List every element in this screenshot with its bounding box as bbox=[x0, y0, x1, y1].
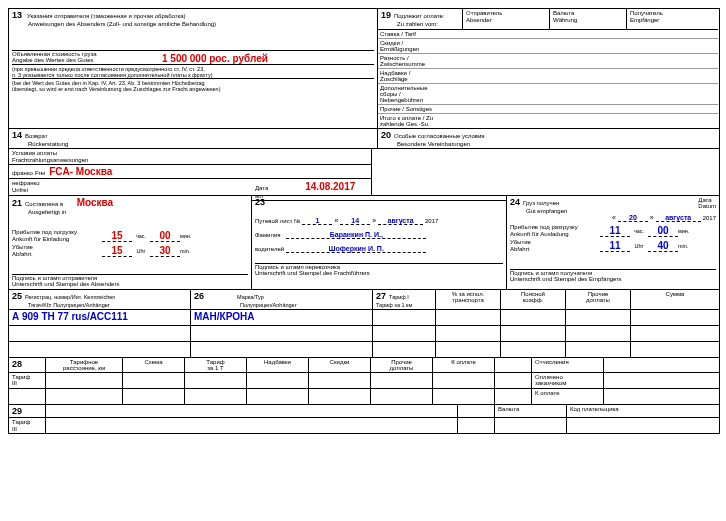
b24-de: Gut empfangen bbox=[526, 208, 567, 214]
fca-value: FCA- Москва bbox=[49, 166, 112, 177]
box-13-ru: Указания отправителя (таможенная и проча… bbox=[27, 13, 186, 19]
h1: 15 bbox=[102, 230, 132, 242]
wy: 2017 bbox=[425, 218, 438, 224]
b29-num: 29 bbox=[12, 406, 22, 416]
drv-v: Шоферкин И. П. bbox=[286, 245, 426, 253]
b25-de2: Полуприцеп/Anhänger bbox=[53, 302, 109, 308]
b14-num: 14 bbox=[12, 130, 22, 140]
arr24-ru: Прибытие под разгрузку bbox=[510, 224, 578, 230]
mn24: мин. bbox=[678, 228, 689, 234]
dep24-ru: Убытие bbox=[510, 239, 531, 245]
box-19-num: 19 bbox=[381, 10, 391, 20]
b19-de: Zu zahlen vom: bbox=[397, 21, 438, 27]
b29-c2: Код плательщика bbox=[570, 406, 619, 412]
recv-de: Empfänger bbox=[630, 17, 659, 23]
b25-ru: Регистрац. номер/Иит. Keппzeichen bbox=[25, 294, 115, 300]
b25-de: Тягач/Kfz bbox=[28, 302, 51, 308]
b15-de: Frachtzahlungsanweisungen bbox=[12, 157, 88, 163]
min: мин. bbox=[180, 233, 191, 239]
c28-2: Схема bbox=[144, 359, 162, 365]
wmon: августа bbox=[378, 217, 423, 225]
m1: 00 bbox=[150, 230, 180, 242]
arr-de: Ankunft für Einladung bbox=[12, 236, 69, 242]
c4: Сумма bbox=[666, 291, 685, 297]
m24b: 40 bbox=[648, 240, 678, 252]
c28-1b: расстояние, км bbox=[63, 365, 105, 371]
m24a: 00 bbox=[648, 225, 678, 237]
t29b: III bbox=[12, 426, 17, 432]
nefr: нефранко bbox=[12, 180, 40, 186]
note2b: überstiegt, so wird er erst nach Vereinb… bbox=[12, 86, 221, 92]
b27-de: Тариф за 1 км bbox=[376, 302, 412, 308]
pay-row: Ставка / Tarif bbox=[378, 30, 437, 38]
sig24-de: Unterschrift und Stempel des Empfängers bbox=[510, 276, 621, 282]
dep-ru: Убытие bbox=[12, 244, 33, 250]
arr24-de: Ankunft für Ausladung bbox=[510, 231, 569, 237]
b27-ru: Тариф I bbox=[389, 294, 409, 300]
m2: 30 bbox=[150, 245, 180, 257]
box-13-num: 13 bbox=[12, 10, 22, 20]
way: Путевой лист № bbox=[255, 218, 301, 224]
wd: 1 bbox=[302, 217, 332, 225]
c2b: коэфф. bbox=[523, 297, 544, 303]
b15-ru: Условия оплаты bbox=[12, 150, 57, 156]
recv-ru: Получатель bbox=[630, 10, 663, 16]
b21-num: 21 bbox=[12, 198, 22, 208]
t28b: III bbox=[12, 380, 17, 386]
b26-de: Полуприцеп/Anhänger bbox=[240, 302, 296, 308]
t28: Тариф bbox=[12, 374, 30, 380]
pay-row: Разность / Zwischensumme bbox=[378, 54, 437, 68]
c1b: транспорта bbox=[452, 297, 484, 303]
h24a: 11 bbox=[600, 225, 630, 237]
r2: Оплачено bbox=[535, 374, 563, 380]
b25-num: 25 bbox=[12, 291, 22, 301]
sig21-de: Unterschrift und Stempel des Absenders bbox=[12, 281, 119, 287]
b24-date-ru: Дата bbox=[698, 197, 711, 203]
h24b: 11 bbox=[600, 240, 630, 252]
min2: min. bbox=[180, 248, 190, 254]
brand: МАН/КРОНА bbox=[191, 310, 373, 325]
b19-ru: Подлежит оплате: bbox=[394, 13, 445, 19]
b24-num: 24 bbox=[510, 197, 520, 207]
c28-4: Надбавки bbox=[264, 359, 291, 365]
dep24-de: Abfahrt bbox=[510, 246, 529, 252]
nefr-de: Unfrei bbox=[12, 187, 28, 193]
r3: К оплате bbox=[535, 390, 559, 396]
decl-ru: Объявленная стоимость груза bbox=[12, 51, 97, 57]
declared-value: 1 500 000 рос. рублей bbox=[162, 51, 268, 64]
sig24-ru: Подпись и штамп получателя bbox=[510, 270, 592, 276]
mn24b: min. bbox=[678, 243, 688, 249]
hrs2: Uhr bbox=[132, 248, 150, 254]
b28-num: 28 bbox=[12, 359, 22, 369]
curr-ru: Валюта bbox=[553, 10, 574, 16]
r2b: заказчиком bbox=[535, 380, 566, 386]
hr24b: Uhr bbox=[630, 243, 648, 249]
c28-3b: за 1 Т bbox=[207, 365, 223, 371]
h2: 15 bbox=[102, 245, 132, 257]
reg-num: А 909 ТН 77 rus/АСС111 bbox=[9, 310, 191, 325]
fam: Фамилия bbox=[255, 232, 280, 238]
pay-row: Итого к оплате / Zu zahlende Ges.-Su. bbox=[378, 114, 437, 128]
pay-row: Скидки / Ermäßigungen bbox=[378, 39, 437, 53]
b20-ru: Особые согласованные условия bbox=[394, 133, 485, 139]
fam-v: Баранкин П. И., bbox=[286, 231, 426, 239]
pay-row: Надбавки / Zuschläge bbox=[378, 69, 437, 83]
d24: 20 bbox=[618, 214, 648, 222]
b29-c1: Валюта bbox=[498, 406, 519, 412]
date-de: am bbox=[255, 193, 263, 199]
b26-num: 26 bbox=[194, 291, 204, 301]
b24-date-de: Datum bbox=[698, 203, 716, 209]
decl-de: Angabe des Wertes des Gutes bbox=[12, 57, 94, 63]
c28-7: К оплате bbox=[451, 359, 475, 365]
sender-de: Absender bbox=[466, 17, 492, 23]
pay-row: Прочие / Sonstiges bbox=[378, 105, 437, 113]
y24: 2017 bbox=[703, 215, 716, 221]
b14-de: Rückerstattung bbox=[28, 141, 68, 147]
sig21-ru: Подпись и штамп отправителя bbox=[12, 275, 97, 281]
note1b: п. 3 указывается только после согласован… bbox=[12, 72, 213, 78]
c28-5: Скидки bbox=[330, 359, 350, 365]
b21-de: Ausgefertigt in bbox=[28, 209, 66, 215]
pay-row: Дополнительные сборы / Nebengebühren bbox=[378, 84, 437, 104]
sender-ru: Отправитель bbox=[466, 10, 502, 16]
c3b: доплаты bbox=[586, 297, 610, 303]
